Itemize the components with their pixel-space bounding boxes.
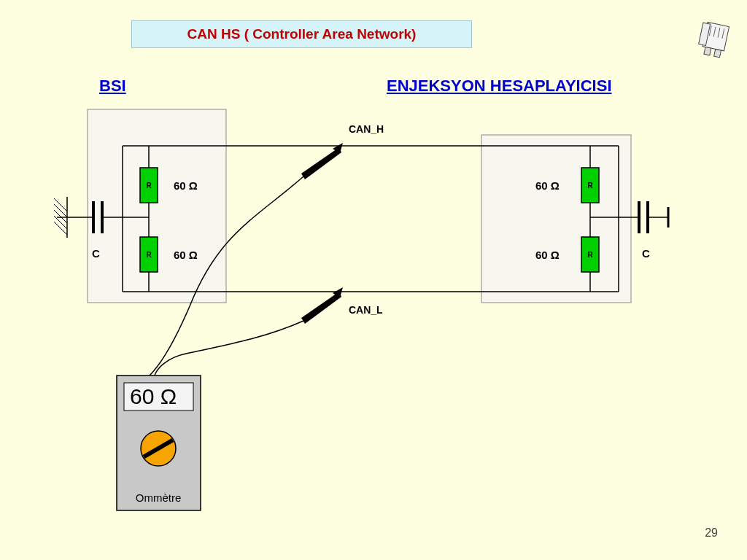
svg-text:R: R	[587, 251, 593, 259]
meter-label: Ommètre	[136, 491, 182, 504]
can-bus-diagram: C R R 60 Ω 60 Ω CAN_H CAN_L R R 60	[0, 0, 747, 560]
svg-text:R: R	[146, 251, 152, 259]
svg-line-9	[54, 198, 67, 211]
can-h-label: CAN_H	[349, 123, 384, 135]
right-bottom-ohm: 60 Ω	[535, 249, 560, 261]
can-l-label: CAN_L	[349, 304, 383, 316]
svg-marker-48	[301, 292, 341, 324]
svg-line-11	[54, 210, 67, 223]
right-top-ohm: 60 Ω	[535, 179, 560, 192]
svg-line-10	[54, 204, 67, 217]
capacitor-right-label: C	[642, 247, 650, 260]
meter-reading: 60 Ω	[130, 384, 177, 408]
ground-symbol-left	[54, 197, 79, 238]
svg-line-13	[54, 222, 67, 235]
probe-arrow-can-h	[301, 143, 343, 179]
capacitor-left-label: C	[92, 247, 100, 260]
svg-text:R: R	[587, 182, 593, 190]
left-bottom-ohm: 60 Ω	[174, 249, 198, 261]
svg-text:R: R	[146, 182, 152, 190]
probe-wire-l	[155, 321, 303, 376]
injection-module-box	[481, 135, 631, 303]
svg-marker-46	[301, 147, 341, 179]
ohmmeter: 60 Ω Ommètre	[117, 376, 201, 510]
left-top-ohm: 60 Ω	[174, 179, 198, 192]
probe-arrow-can-l	[301, 287, 343, 324]
